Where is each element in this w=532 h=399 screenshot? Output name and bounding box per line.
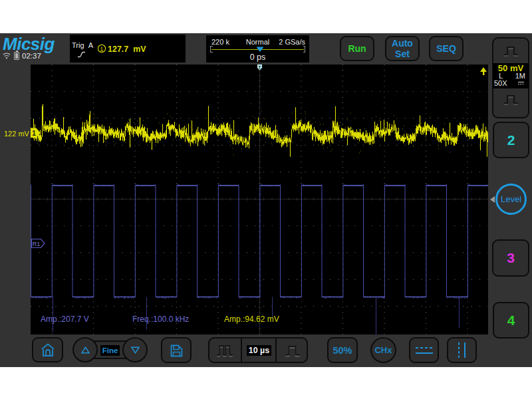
svg-text:R1: R1 — [33, 241, 41, 247]
svg-text:1: 1 — [100, 45, 103, 53]
svg-text:1: 1 — [32, 130, 36, 137]
svg-text:T: T — [258, 65, 261, 70]
svg-text:Amp.:207.7 V: Amp.:207.7 V — [41, 315, 89, 324]
svg-text:Amp.:94.62 mV: Amp.:94.62 mV — [224, 315, 279, 324]
svg-text:Freq.:100.0 kHz: Freq.:100.0 kHz — [132, 315, 189, 324]
